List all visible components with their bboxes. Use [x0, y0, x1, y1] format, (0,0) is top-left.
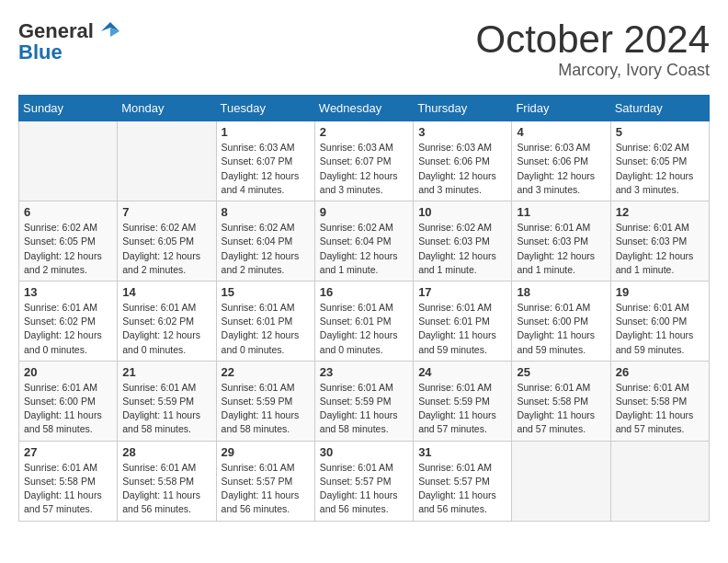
calendar-cell: 27Sunrise: 6:01 AM Sunset: 5:58 PM Dayli… — [19, 441, 118, 521]
day-info: Sunrise: 6:01 AM Sunset: 5:58 PM Dayligh… — [517, 381, 605, 437]
day-number: 6 — [24, 205, 112, 219]
day-info: Sunrise: 6:02 AM Sunset: 6:04 PM Dayligh… — [222, 221, 310, 277]
day-info: Sunrise: 6:01 AM Sunset: 5:58 PM Dayligh… — [122, 461, 210, 517]
day-number: 28 — [122, 445, 210, 459]
day-number: 3 — [418, 125, 506, 139]
calendar-cell: 2Sunrise: 6:03 AM Sunset: 6:07 PM Daylig… — [314, 121, 413, 201]
day-number: 13 — [24, 285, 112, 299]
day-info: Sunrise: 6:01 AM Sunset: 5:59 PM Dayligh… — [418, 381, 506, 437]
calendar-cell: 26Sunrise: 6:01 AM Sunset: 5:58 PM Dayli… — [610, 361, 709, 441]
calendar-cell: 1Sunrise: 6:03 AM Sunset: 6:07 PM Daylig… — [216, 121, 314, 201]
calendar-cell: 20Sunrise: 6:01 AM Sunset: 6:00 PM Dayli… — [19, 361, 118, 441]
calendar-cell: 11Sunrise: 6:01 AM Sunset: 6:03 PM Dayli… — [512, 201, 610, 282]
calendar-cell: 14Sunrise: 6:01 AM Sunset: 6:02 PM Dayli… — [118, 281, 216, 361]
day-info: Sunrise: 6:03 AM Sunset: 6:06 PM Dayligh… — [517, 141, 605, 197]
calendar-cell: 25Sunrise: 6:01 AM Sunset: 5:58 PM Dayli… — [512, 361, 610, 441]
day-info: Sunrise: 6:01 AM Sunset: 6:01 PM Dayligh… — [418, 301, 506, 357]
calendar-cell: 5Sunrise: 6:02 AM Sunset: 6:05 PM Daylig… — [610, 121, 709, 201]
day-number: 7 — [122, 205, 210, 219]
day-number: 5 — [616, 125, 704, 139]
logo-blue-text: Blue — [18, 40, 63, 64]
day-number: 16 — [320, 285, 408, 299]
calendar-cell: 7Sunrise: 6:02 AM Sunset: 6:05 PM Daylig… — [118, 201, 216, 282]
day-info: Sunrise: 6:02 AM Sunset: 6:05 PM Dayligh… — [24, 221, 112, 277]
calendar-week-5: 27Sunrise: 6:01 AM Sunset: 5:58 PM Dayli… — [19, 441, 710, 521]
day-number: 26 — [616, 365, 704, 379]
calendar-cell: 4Sunrise: 6:03 AM Sunset: 6:06 PM Daylig… — [512, 121, 610, 201]
calendar-cell: 24Sunrise: 6:01 AM Sunset: 5:59 PM Dayli… — [414, 361, 512, 441]
calendar-cell: 23Sunrise: 6:01 AM Sunset: 5:59 PM Dayli… — [314, 361, 413, 441]
day-number: 25 — [517, 365, 605, 379]
day-number: 20 — [24, 365, 112, 379]
calendar-header-row: SundayMondayTuesdayWednesdayThursdayFrid… — [19, 96, 710, 121]
calendar-cell: 8Sunrise: 6:02 AM Sunset: 6:04 PM Daylig… — [216, 201, 314, 282]
day-number: 22 — [222, 365, 310, 379]
calendar-dow-tuesday: Tuesday — [216, 96, 314, 121]
calendar-cell: 30Sunrise: 6:01 AM Sunset: 5:57 PM Dayli… — [314, 441, 413, 521]
calendar-cell — [118, 121, 216, 201]
calendar-week-2: 6Sunrise: 6:02 AM Sunset: 6:05 PM Daylig… — [19, 201, 710, 282]
day-number: 21 — [122, 365, 210, 379]
calendar-cell: 15Sunrise: 6:01 AM Sunset: 6:01 PM Dayli… — [216, 281, 314, 361]
day-info: Sunrise: 6:01 AM Sunset: 5:58 PM Dayligh… — [24, 461, 112, 517]
day-number: 1 — [222, 125, 310, 139]
day-info: Sunrise: 6:02 AM Sunset: 6:05 PM Dayligh… — [122, 221, 210, 277]
calendar-table: SundayMondayTuesdayWednesdayThursdayFrid… — [18, 95, 710, 521]
day-info: Sunrise: 6:02 AM Sunset: 6:05 PM Dayligh… — [616, 141, 704, 197]
calendar-dow-friday: Friday — [512, 96, 610, 121]
day-info: Sunrise: 6:01 AM Sunset: 5:59 PM Dayligh… — [122, 381, 210, 437]
calendar-cell: 31Sunrise: 6:01 AM Sunset: 5:57 PM Dayli… — [414, 441, 512, 521]
calendar-dow-thursday: Thursday — [414, 96, 512, 121]
calendar-cell: 29Sunrise: 6:01 AM Sunset: 5:57 PM Dayli… — [216, 441, 314, 521]
day-number: 18 — [517, 285, 605, 299]
calendar-cell — [610, 441, 709, 521]
day-info: Sunrise: 6:01 AM Sunset: 5:59 PM Dayligh… — [222, 381, 310, 437]
calendar-cell: 12Sunrise: 6:01 AM Sunset: 6:03 PM Dayli… — [610, 201, 709, 282]
day-number: 19 — [616, 285, 704, 299]
day-info: Sunrise: 6:01 AM Sunset: 5:59 PM Dayligh… — [320, 381, 408, 437]
month-title: October 2024 — [475, 18, 710, 61]
calendar-cell: 19Sunrise: 6:01 AM Sunset: 6:00 PM Dayli… — [610, 281, 709, 361]
day-info: Sunrise: 6:01 AM Sunset: 6:03 PM Dayligh… — [616, 221, 704, 277]
day-number: 30 — [320, 445, 408, 459]
day-info: Sunrise: 6:01 AM Sunset: 5:57 PM Dayligh… — [222, 461, 310, 517]
day-info: Sunrise: 6:01 AM Sunset: 6:02 PM Dayligh… — [24, 301, 112, 357]
day-info: Sunrise: 6:01 AM Sunset: 6:02 PM Dayligh… — [122, 301, 210, 357]
day-number: 23 — [320, 365, 408, 379]
title-section: October 2024 Marcory, Ivory Coast — [475, 18, 710, 80]
calendar-dow-sunday: Sunday — [19, 96, 118, 121]
calendar-cell: 28Sunrise: 6:01 AM Sunset: 5:58 PM Dayli… — [118, 441, 216, 521]
day-number: 8 — [222, 205, 310, 219]
calendar-week-1: 1Sunrise: 6:03 AM Sunset: 6:07 PM Daylig… — [19, 121, 710, 201]
day-info: Sunrise: 6:03 AM Sunset: 6:07 PM Dayligh… — [320, 141, 408, 197]
day-number: 12 — [616, 205, 704, 219]
calendar-cell: 21Sunrise: 6:01 AM Sunset: 5:59 PM Dayli… — [118, 361, 216, 441]
day-info: Sunrise: 6:01 AM Sunset: 6:03 PM Dayligh… — [517, 221, 605, 277]
day-info: Sunrise: 6:01 AM Sunset: 6:00 PM Dayligh… — [616, 301, 704, 357]
day-info: Sunrise: 6:01 AM Sunset: 6:01 PM Dayligh… — [320, 301, 408, 357]
day-number: 29 — [222, 445, 310, 459]
day-info: Sunrise: 6:01 AM Sunset: 5:57 PM Dayligh… — [418, 461, 506, 517]
day-number: 17 — [418, 285, 506, 299]
day-number: 10 — [418, 205, 506, 219]
calendar-week-3: 13Sunrise: 6:01 AM Sunset: 6:02 PM Dayli… — [19, 281, 710, 361]
calendar-cell: 10Sunrise: 6:02 AM Sunset: 6:03 PM Dayli… — [414, 201, 512, 282]
day-info: Sunrise: 6:01 AM Sunset: 5:57 PM Dayligh… — [320, 461, 408, 517]
day-number: 2 — [320, 125, 408, 139]
day-info: Sunrise: 6:01 AM Sunset: 6:01 PM Dayligh… — [222, 301, 310, 357]
calendar-cell — [19, 121, 118, 201]
day-number: 11 — [517, 205, 605, 219]
day-info: Sunrise: 6:03 AM Sunset: 6:06 PM Dayligh… — [418, 141, 506, 197]
day-info: Sunrise: 6:01 AM Sunset: 6:00 PM Dayligh… — [24, 381, 112, 437]
calendar-week-4: 20Sunrise: 6:01 AM Sunset: 6:00 PM Dayli… — [19, 361, 710, 441]
day-number: 4 — [517, 125, 605, 139]
logo: General Blue — [18, 18, 123, 64]
day-number: 31 — [418, 445, 506, 459]
calendar-cell: 18Sunrise: 6:01 AM Sunset: 6:00 PM Dayli… — [512, 281, 610, 361]
day-number: 14 — [122, 285, 210, 299]
calendar-cell: 9Sunrise: 6:02 AM Sunset: 6:04 PM Daylig… — [314, 201, 413, 282]
day-number: 24 — [418, 365, 506, 379]
calendar-cell: 13Sunrise: 6:01 AM Sunset: 6:02 PM Dayli… — [19, 281, 118, 361]
day-number: 15 — [222, 285, 310, 299]
day-info: Sunrise: 6:03 AM Sunset: 6:07 PM Dayligh… — [222, 141, 310, 197]
